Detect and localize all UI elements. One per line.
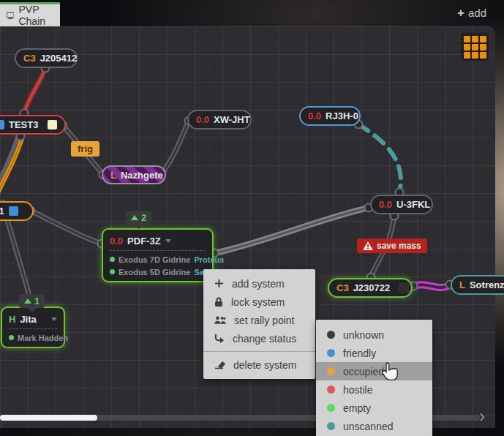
status-dot-empty: [327, 404, 335, 412]
status-label: occupied: [343, 366, 384, 377]
connection-pdf3z-u3fkl[interactable]: [214, 208, 369, 253]
save-mass-badge[interactable]: save mass: [357, 238, 427, 253]
status-item-unknown[interactable]: unknown: [316, 326, 432, 344]
connection-nazhgete-xwjht[interactable]: [161, 121, 189, 174]
menu-label: lock system: [231, 296, 285, 308]
system-node-u-3fkl[interactable]: 0.0 U-3FKL: [370, 195, 433, 214]
menu-item-set-rally-point[interactable]: set rally point: [203, 311, 315, 329]
system-name: J205412: [40, 53, 78, 64]
menu-separator: [203, 351, 315, 352]
divider: [110, 250, 206, 251]
menu-item-add-system[interactable]: add system: [203, 274, 315, 293]
map-canvas[interactable]: C3 J205412 TEST3 0.0 XW-JHT 0.0 RJ3H-0 L…: [0, 26, 495, 428]
users-icon: [214, 315, 226, 325]
system-name: Sotrenz: [470, 279, 504, 290]
scroll-right-chevron[interactable]: ›: [479, 409, 485, 424]
save-mass-label: save mass: [377, 241, 421, 251]
jump-count-badge: 1: [19, 294, 45, 308]
system-name: PDF-3Z: [127, 236, 161, 247]
system-class-label: C3: [336, 282, 349, 293]
eraser-icon: [214, 361, 225, 369]
note-square-icon: [9, 206, 18, 216]
menu-label: delete system: [233, 359, 296, 371]
plus-icon: [214, 279, 224, 288]
system-name: RJ3H-0: [326, 110, 358, 121]
system-node-801[interactable]: 801: [0, 201, 34, 221]
monitor-icon: [7, 11, 14, 20]
system-note-icon: [0, 120, 4, 129]
menu-label: add system: [232, 278, 285, 290]
system-context-menu: add system lock system set rally point c…: [203, 269, 315, 379]
system-name: TEST3: [9, 119, 38, 130]
status-label: empty: [343, 402, 371, 414]
menu-label: set rally point: [234, 315, 294, 326]
divider: [9, 328, 57, 329]
security-label: L: [110, 170, 116, 181]
menu-item-lock-system[interactable]: lock system: [203, 293, 315, 311]
menu-item-change-status[interactable]: change status: [203, 329, 315, 347]
top-bar: PVP Chain + add: [0, 0, 504, 26]
jump-count: 2: [141, 212, 146, 223]
pilot-name: Mark Hadden: [18, 334, 68, 342]
menu-item-delete-system[interactable]: delete system: [203, 356, 315, 374]
system-node-jita[interactable]: H Jita Mark Hadden: [1, 307, 65, 348]
scrollbar-thumb[interactable]: [0, 415, 97, 421]
status-dot-unscanned: [327, 422, 335, 430]
system-name: Nazhgete: [121, 170, 163, 181]
tab-pvp-chain[interactable]: PVP Chain: [0, 2, 60, 26]
connection-j205412-test3[interactable]: [24, 68, 45, 113]
status-dot-friendly: [327, 349, 335, 357]
pilot-name: Exodus 7D Gidrine: [119, 255, 190, 264]
system-name: 801: [0, 206, 4, 217]
security-label: 0.0: [308, 110, 321, 121]
security-label: H: [9, 314, 15, 325]
lock-icon: [42, 120, 43, 129]
system-node-sotrenz[interactable]: L Sotrenz: [451, 275, 504, 295]
connection-test3-offmap[interactable]: [0, 136, 23, 198]
ship-type: Proteus: [194, 255, 224, 264]
chevron-down-icon[interactable]: [165, 239, 171, 243]
status-item-empty[interactable]: empty: [316, 399, 432, 417]
status-item-unscanned[interactable]: unscanned: [316, 417, 432, 435]
occupant-row: Exodus 7D Gidrine Proteus: [110, 253, 206, 266]
menu-label: change status: [233, 333, 296, 345]
tab-label: PVP Chain: [18, 4, 53, 27]
jump-count-badge: 2: [126, 211, 151, 225]
status-label: friendly: [343, 347, 376, 359]
hand-cursor-icon: [380, 361, 399, 382]
security-label: 0.0: [110, 236, 123, 247]
status-item-friendly[interactable]: friendly: [316, 344, 432, 362]
system-node-j230722[interactable]: C3 J230722: [328, 278, 413, 298]
warning-icon: [363, 241, 373, 250]
arrow-redirect-icon: [214, 334, 225, 343]
connection-rj3h0-u3fkl-dashed[interactable]: [358, 124, 401, 192]
system-name: Jita: [20, 314, 36, 325]
status-item-hostile[interactable]: hostile: [316, 380, 432, 399]
connection-j230722-sotrenz[interactable]: [414, 282, 451, 290]
security-label: 0.0: [379, 199, 392, 210]
status-dot-occupied: [327, 367, 335, 375]
add-map-button[interactable]: + add: [457, 7, 486, 19]
system-node-xw-jht[interactable]: 0.0 XW-JHT: [187, 110, 252, 129]
chevron-down-icon[interactable]: [51, 317, 57, 321]
connection-801-pdf3z[interactable]: [31, 211, 102, 244]
status-item-occupied[interactable]: occupied: [316, 362, 432, 380]
app-root: { "topbar": { "tab_label": "PVP Chain", …: [0, 0, 504, 436]
system-header: 0.0 PDF-3Z: [110, 233, 206, 249]
pilot-name: Exodus 5D Gidrine: [119, 268, 190, 277]
security-label: L: [459, 279, 465, 290]
system-node-pdf-3z-active[interactable]: 0.0 PDF-3Z Exodus 7D Gidrine Proteus Exo…: [102, 228, 214, 282]
system-node-rj3h-0[interactable]: 0.0 RJ3H-0: [299, 106, 361, 126]
system-node-j205412[interactable]: C3 J205412: [15, 48, 78, 68]
grid-layout-button[interactable]: [461, 33, 489, 61]
pilot-online-dot: [9, 335, 14, 340]
status-label: unscanned: [343, 421, 394, 432]
jump-count: 1: [34, 296, 40, 307]
system-name: J230722: [353, 282, 391, 293]
arrow-up-icon: [131, 215, 138, 220]
status-label: unknown: [343, 329, 384, 341]
system-node-test3[interactable]: TEST3: [0, 115, 66, 135]
system-class-label: C3: [23, 53, 36, 64]
system-node-nazhgete-rally[interactable]: L Nazhgete: [102, 165, 166, 184]
frig-label: frig: [78, 143, 93, 154]
